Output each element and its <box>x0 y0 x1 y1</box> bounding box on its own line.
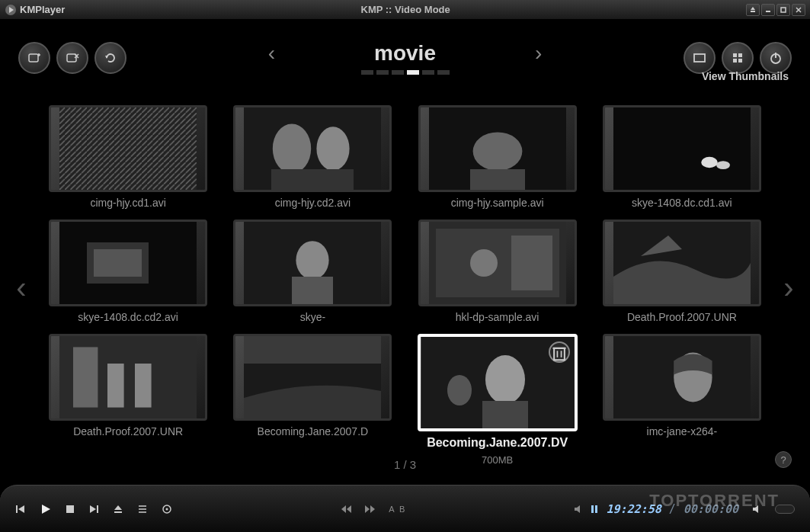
prev-track-button[interactable] <box>15 504 26 514</box>
svg-rect-24 <box>59 107 197 190</box>
thumbnail-item[interactable]: Becoming.Jane.2007.D <box>230 334 395 466</box>
add-folder-button[interactable] <box>18 42 50 74</box>
svg-marker-3 <box>751 7 755 10</box>
thumbnail-item[interactable]: skye-1408.dc.cd2.avi <box>46 220 210 323</box>
thumbnail-item[interactable]: skye- <box>230 220 395 323</box>
volume-icon[interactable] <box>752 504 763 514</box>
folder-prev-arrow[interactable]: ‹ <box>192 41 351 66</box>
svg-rect-4 <box>766 11 770 12</box>
playlist-button[interactable] <box>137 504 148 514</box>
svg-rect-5 <box>781 8 786 12</box>
gallery: ‹ › cimg-hjy.cd1.avicimg-hjy.cd2.avicimg… <box>0 98 810 477</box>
thumbnail-image <box>49 105 207 192</box>
page-dot[interactable] <box>437 70 450 75</box>
delete-icon[interactable] <box>549 341 570 363</box>
rewind-button[interactable] <box>340 505 352 514</box>
thumbnail-item[interactable]: Death.Proof.2007.UNR <box>600 220 764 323</box>
thumbnail-label: cimg-hjy.sample.avi <box>451 197 544 209</box>
svg-rect-48 <box>107 364 124 408</box>
minimize-button[interactable] <box>761 4 775 16</box>
page-dots <box>361 70 450 75</box>
play-button[interactable] <box>40 503 52 515</box>
fullscreen-button[interactable] <box>684 42 716 74</box>
eject-button[interactable] <box>113 504 123 514</box>
svg-point-43 <box>470 249 498 277</box>
svg-rect-62 <box>16 505 18 513</box>
thumbnail-item[interactable]: cimg-hjy.cd2.avi <box>230 105 395 209</box>
svg-rect-19 <box>738 59 742 62</box>
folder-next-arrow[interactable]: › <box>459 41 618 66</box>
thumbnail-item[interactable]: cimg-hjy.cd1.avi <box>46 105 210 209</box>
time-total: 00:00:00 <box>684 502 738 516</box>
thumbnail-item[interactable]: skye-1408.dc.cd1.avi <box>600 105 764 209</box>
volume-slider[interactable] <box>775 505 795 514</box>
thumbnail-item[interactable]: Becoming.Jane.2007.DV700MB <box>415 334 580 466</box>
thumbnail-image <box>233 220 392 306</box>
svg-marker-63 <box>18 505 24 513</box>
page-dot[interactable] <box>376 70 389 75</box>
settings-button[interactable] <box>162 504 172 514</box>
thumbnail-image <box>418 105 577 192</box>
svg-rect-15 <box>694 54 705 62</box>
stop-button[interactable] <box>66 505 75 514</box>
svg-rect-40 <box>292 277 333 304</box>
svg-point-33 <box>701 157 718 168</box>
svg-marker-68 <box>114 505 122 510</box>
svg-marker-14 <box>105 56 108 59</box>
grid-view-button[interactable] <box>722 42 754 74</box>
svg-rect-47 <box>73 347 98 407</box>
app-icon <box>5 4 17 16</box>
page-dot[interactable] <box>422 70 434 75</box>
time-elapsed: 19:22:58 <box>606 502 661 516</box>
refresh-button[interactable] <box>94 42 126 74</box>
next-track-button[interactable] <box>88 504 99 514</box>
window-buttons <box>746 4 805 16</box>
remove-folder-button[interactable] <box>56 42 88 74</box>
toolbar: ‹ movie › <box>0 20 810 88</box>
thumbnail-label: Death.Proof.2007.UNR <box>73 425 183 437</box>
svg-rect-56 <box>554 348 565 360</box>
thumbnail-item[interactable]: imc-jane-x264- <box>600 334 764 466</box>
power-button[interactable] <box>760 42 792 74</box>
svg-point-30 <box>472 132 522 170</box>
tray-button[interactable] <box>746 4 760 16</box>
thumbnail-item[interactable]: Death.Proof.2007.UNR <box>46 334 210 466</box>
thumbnail-image <box>49 334 207 421</box>
thumbnail-label: cimg-hjy.cd1.avi <box>90 197 165 209</box>
ab-repeat-button[interactable]: A B <box>389 505 406 514</box>
page-dot[interactable] <box>361 70 373 75</box>
gallery-next-arrow[interactable]: › <box>773 271 804 305</box>
svg-marker-77 <box>365 505 370 513</box>
player-bar: A B 19:22:58/00:00:00 <box>0 485 810 532</box>
svg-rect-16 <box>733 53 737 57</box>
svg-rect-69 <box>114 511 122 513</box>
folder-title: movie <box>374 41 436 66</box>
thumbnail-image <box>603 105 761 192</box>
fastforward-button[interactable] <box>364 505 376 514</box>
thumbnail-label: Death.Proof.2007.UNR <box>627 311 737 323</box>
maximize-button[interactable] <box>776 4 790 16</box>
svg-marker-64 <box>42 505 50 514</box>
svg-rect-8 <box>29 54 38 62</box>
help-button[interactable]: ? <box>775 451 792 468</box>
thumbnail-label: Becoming.Jane.2007.D <box>258 425 369 437</box>
thumbnail-item[interactable]: hkl-dp-sample.avi <box>415 220 580 323</box>
thumbnail-size: 700MB <box>482 454 513 466</box>
close-button[interactable] <box>792 4 805 16</box>
svg-marker-82 <box>753 505 758 513</box>
thumbnail-label: imc-jane-x264- <box>647 425 718 437</box>
svg-rect-81 <box>595 505 597 513</box>
speaker-icon-small[interactable] <box>574 505 583 514</box>
gallery-prev-arrow[interactable]: ‹ <box>6 271 37 305</box>
thumbnail-image <box>418 334 578 431</box>
svg-rect-49 <box>135 364 152 408</box>
window-title: KMP :: Video Mode <box>65 4 746 15</box>
page-dot[interactable] <box>407 70 419 75</box>
page-dot[interactable] <box>392 70 404 75</box>
svg-marker-76 <box>347 505 351 513</box>
thumbnail-image <box>49 220 207 306</box>
thumbnail-item[interactable]: cimg-hjy.sample.avi <box>415 105 580 209</box>
thumbnail-label: hkl-dp-sample.avi <box>456 311 539 323</box>
svg-rect-80 <box>591 505 594 513</box>
view-mode-label: View Thumbnails <box>702 70 789 82</box>
